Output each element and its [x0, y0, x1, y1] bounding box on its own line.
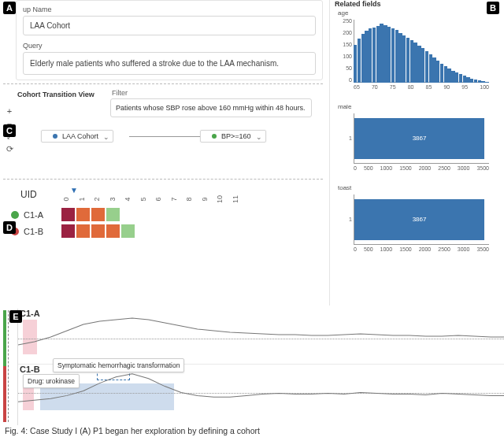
- related-fields-title: Related fields: [335, 0, 501, 8]
- histogram-bar: [436, 61, 439, 83]
- series-c1a[interactable]: C1-A: [18, 309, 504, 361]
- group-name-field: up Name LAA Cohort: [23, 6, 316, 35]
- y-axis: 1: [335, 193, 352, 245]
- histogram-bar: [406, 38, 410, 83]
- histogram-bar: [455, 72, 458, 83]
- cohort-strip: [3, 310, 9, 422]
- reset-icon[interactable]: ⟳: [5, 144, 14, 154]
- histogram-bar: [478, 80, 481, 83]
- tick: 7: [170, 194, 178, 204]
- plot-area: 3867: [354, 194, 489, 245]
- histogram-bar: [421, 48, 424, 83]
- chevron-down-icon[interactable]: ⌄: [103, 133, 109, 141]
- plot-area: [354, 20, 489, 83]
- histogram-bar: [398, 33, 402, 83]
- histogram-bar: [451, 71, 454, 83]
- filter-label: Filter: [112, 89, 128, 97]
- histogram-bar: [459, 74, 462, 83]
- divider: [3, 83, 323, 84]
- heat-cells-c1b: [61, 224, 135, 238]
- age-histogram[interactable]: 250200150100500 65707580859095100: [335, 18, 492, 95]
- panel-tag-c: C: [3, 124, 16, 137]
- legend-label: C1-A: [24, 210, 57, 220]
- series-c1b[interactable]: C1-B Symptomatic hemorrhagic transformat…: [18, 364, 504, 416]
- time-axis: 0 1 2 3 4 5 6 7 8 9 10 11: [61, 195, 240, 203]
- figure-root: { "tags": { "A":"A", "B":"B", "C":"C", "…: [0, 0, 504, 437]
- chevron-down-icon[interactable]: ⌄: [256, 133, 262, 141]
- line-chart-icon: [18, 309, 504, 361]
- tooltip-symptomatic: Symptomatic hemorrhagic transformation: [53, 358, 184, 372]
- histogram-bar: [387, 27, 391, 83]
- tick: 5: [139, 194, 147, 204]
- histogram-bar: [440, 64, 443, 83]
- transition-graph[interactable]: LAA Cohort ⌄ BP>=160 ⌄: [17, 130, 321, 172]
- node-bp160[interactable]: BP>=160 ⌄: [200, 130, 266, 143]
- tick: 8: [185, 194, 193, 204]
- zoom-in-icon[interactable]: +: [5, 106, 14, 116]
- legend-dot-icon: [11, 211, 19, 219]
- histogram-bar: [429, 54, 432, 83]
- panel-b: Related fields age 250200150100500 65707…: [329, 0, 501, 306]
- divider: [3, 179, 323, 180]
- heat-cell: [61, 224, 75, 238]
- chart-title-age: age: [338, 9, 501, 17]
- panel-a: up Name LAA Cohort Query Elderly male pa…: [16, 0, 323, 80]
- histogram-bar: [417, 46, 421, 83]
- heat-cells-c1a: [61, 208, 120, 221]
- histogram-bar: [361, 34, 365, 83]
- panel-tag-b: B: [487, 2, 499, 14]
- histogram-bar: [444, 66, 447, 83]
- histogram-bar: [447, 69, 450, 83]
- node-laa-cohort[interactable]: LAA Cohort ⌄: [41, 130, 113, 143]
- group-name-input[interactable]: LAA Cohort: [23, 16, 316, 35]
- cohort-transition-heading: Cohort Transition View: [17, 91, 321, 98]
- tick: 11: [232, 194, 239, 204]
- bar: 3867: [354, 199, 484, 239]
- query-input[interactable]: Elderly male patients who suffered a str…: [23, 52, 316, 75]
- panel-d: UID ▼ 0 1 2 3 4 5 6 7 8 9 10 11 C1-A C1-…: [3, 183, 323, 260]
- plot-area: 3867: [354, 113, 489, 164]
- node-label: LAA Cohort: [62, 132, 98, 140]
- histogram-bar: [413, 43, 417, 83]
- legend-row-c1a: C1-A: [11, 208, 135, 221]
- panel-c: Cohort Transition View Filter Patients w…: [3, 87, 323, 176]
- histogram-bar: [466, 77, 469, 83]
- time-marker-icon[interactable]: ▼: [70, 186, 78, 194]
- histogram-bar: [432, 57, 435, 83]
- legend-row-c1b: C1-B: [11, 224, 135, 238]
- node-label: BP>=160: [221, 132, 251, 140]
- tick: 1: [78, 194, 86, 204]
- histogram-bar: [463, 76, 466, 83]
- tick: 0: [62, 194, 70, 204]
- x-axis: 65707580859095100: [354, 84, 489, 95]
- heat-cell: [91, 208, 105, 221]
- histogram-bar: [485, 82, 488, 83]
- heat-cell: [76, 208, 90, 221]
- histogram-bar: [365, 31, 368, 83]
- panel-tag-d: D: [3, 221, 16, 234]
- histogram-bar: [369, 28, 372, 83]
- tick: 6: [154, 194, 162, 204]
- male-bar[interactable]: 1 3867 0500100015002000250030003500: [335, 112, 492, 176]
- toast-bar[interactable]: 1 3867 0500100015002000250030003500: [335, 193, 492, 257]
- tick: 3: [109, 194, 117, 204]
- histogram-bar: [425, 51, 428, 83]
- bar: 3867: [354, 118, 484, 158]
- query-label: Query: [23, 42, 316, 50]
- heat-cell: [106, 224, 120, 238]
- histogram-bar: [380, 24, 383, 83]
- tick: 10: [216, 194, 224, 204]
- y-axis: 250200150100500: [335, 18, 352, 83]
- node-bullet-icon: [212, 134, 217, 139]
- histogram-bar: [470, 79, 473, 83]
- node-bullet-icon: [53, 134, 57, 139]
- legend-label: C1-B: [24, 227, 57, 236]
- x-axis: 0500100015002000250030003500: [354, 246, 489, 257]
- query-field: Query Elderly male patients who suffered…: [23, 42, 316, 75]
- filter-input[interactable]: Patients whose SBP rose above 160 mmHg w…: [110, 98, 312, 117]
- group-name-label: up Name: [23, 6, 316, 13]
- chart-title-toast: toast: [338, 184, 501, 191]
- histogram-bar: [358, 39, 361, 83]
- histogram-bar: [402, 35, 406, 83]
- heat-cell: [106, 208, 120, 221]
